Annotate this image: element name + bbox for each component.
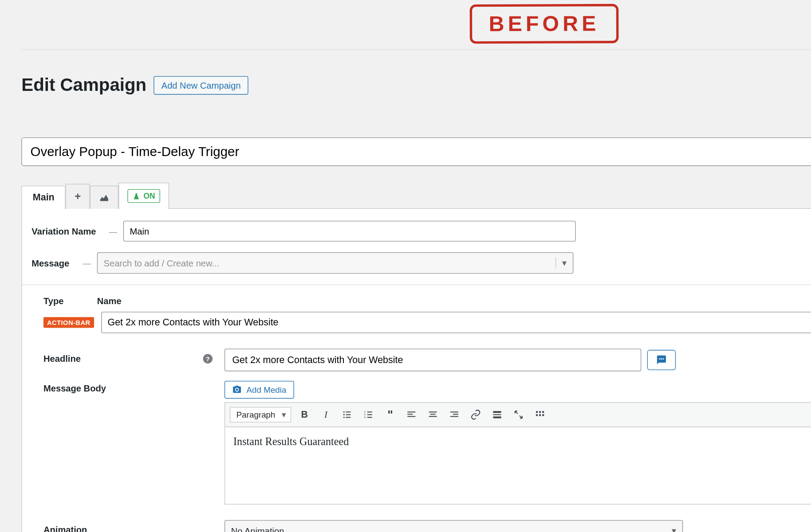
plus-icon: + <box>75 190 81 203</box>
svg-rect-4 <box>346 414 351 415</box>
message-body-label: Message Body <box>43 383 106 393</box>
tab-ab-test[interactable]: ON <box>118 183 169 209</box>
svg-rect-13 <box>408 414 413 415</box>
fullscreen-icon[interactable] <box>511 407 528 423</box>
svg-rect-17 <box>429 416 437 417</box>
svg-rect-12 <box>408 411 416 412</box>
italic-icon[interactable]: I <box>318 407 335 423</box>
svg-rect-19 <box>453 414 458 415</box>
svg-point-2 <box>343 417 345 418</box>
chevron-down-icon: ▾ <box>672 525 677 532</box>
col-type-header: Type <box>43 296 97 306</box>
chat-icon <box>656 355 667 365</box>
tab-stats[interactable] <box>90 186 118 209</box>
bullet-list-icon[interactable] <box>339 407 356 423</box>
headline-input[interactable] <box>224 348 641 371</box>
svg-rect-22 <box>493 414 501 415</box>
align-center-icon[interactable] <box>425 407 441 423</box>
svg-rect-26 <box>543 411 544 413</box>
svg-rect-18 <box>450 411 458 412</box>
kitchen-sink-icon[interactable] <box>532 407 549 423</box>
readmore-icon[interactable] <box>489 407 506 423</box>
flask-icon <box>133 192 140 200</box>
align-left-icon[interactable] <box>403 407 420 423</box>
svg-rect-27 <box>536 414 538 416</box>
stats-icon <box>99 192 110 203</box>
svg-rect-9 <box>367 411 372 412</box>
svg-text:3: 3 <box>364 416 366 419</box>
col-name-header: Name <box>97 296 811 306</box>
message-placeholder: Search to add / Create new... <box>104 258 220 268</box>
headline-label: Headline <box>43 353 81 364</box>
campaign-title-input[interactable] <box>21 137 811 166</box>
bold-icon[interactable]: B <box>296 407 313 423</box>
add-media-label: Add Media <box>247 385 287 394</box>
svg-rect-21 <box>493 411 501 413</box>
animation-label: Animation <box>43 525 87 532</box>
svg-rect-25 <box>539 411 541 413</box>
svg-rect-5 <box>346 417 351 418</box>
quote-icon[interactable]: " <box>382 407 399 423</box>
svg-rect-16 <box>430 414 436 415</box>
svg-rect-10 <box>367 414 372 415</box>
editor-toolbar: Paragraph B I 123 " <box>224 402 811 427</box>
animation-select[interactable]: No Animation ▾ <box>224 520 683 532</box>
variation-name-label: Variation Name <box>31 226 103 236</box>
number-list-icon[interactable]: 123 <box>360 407 377 423</box>
message-name-input[interactable] <box>101 312 811 333</box>
type-badge: ACTION-BAR <box>43 317 94 328</box>
variation-name-input[interactable] <box>123 221 576 242</box>
tab-add[interactable]: + <box>66 184 90 209</box>
media-icon <box>232 385 241 394</box>
svg-rect-11 <box>367 417 372 418</box>
tab-main[interactable]: Main <box>21 186 66 210</box>
animation-value: No Animation <box>231 526 284 532</box>
help-icon[interactable]: ? <box>203 354 213 363</box>
svg-rect-28 <box>539 414 541 416</box>
svg-rect-14 <box>408 416 416 417</box>
chevron-down-icon: ▾ <box>555 258 567 268</box>
before-stamp: BEFORE <box>470 4 619 44</box>
svg-rect-24 <box>536 411 538 413</box>
format-select[interactable]: Paragraph <box>230 407 291 422</box>
add-media-button[interactable]: Add Media <box>224 381 294 399</box>
message-select[interactable]: Search to add / Create new... ▾ <box>97 252 574 274</box>
link-icon[interactable] <box>468 407 484 423</box>
editor-content[interactable]: Instant Results Guaranteed <box>224 427 811 505</box>
emoji-button[interactable] <box>647 350 676 370</box>
message-label: Message <box>31 258 77 268</box>
svg-point-1 <box>343 414 345 415</box>
svg-rect-29 <box>543 414 544 416</box>
page-title: Edit Campaign <box>21 75 146 95</box>
add-new-campaign-button[interactable]: Add New Campaign <box>154 76 248 94</box>
svg-rect-23 <box>493 416 501 418</box>
svg-rect-15 <box>429 411 437 412</box>
svg-rect-20 <box>450 416 458 417</box>
align-right-icon[interactable] <box>446 407 463 423</box>
svg-point-0 <box>343 411 345 413</box>
svg-rect-3 <box>346 411 351 412</box>
editor-text: Instant Results Guaranteed <box>233 435 349 447</box>
ab-toggle-label: ON <box>143 192 155 200</box>
